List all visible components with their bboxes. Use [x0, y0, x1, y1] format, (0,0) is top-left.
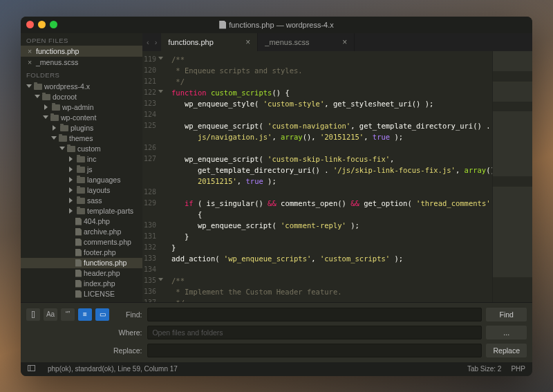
editor-area: ‹ › functions.php×_menus.scss× 119120121…: [142, 33, 532, 302]
tree-item-label: docroot: [53, 93, 77, 101]
fold-icon[interactable]: [158, 278, 163, 283]
folder-icon: [77, 156, 85, 162]
chevron-right-icon[interactable]: [69, 156, 75, 162]
editor-tab[interactable]: _menus.scss×: [258, 33, 355, 51]
status-tab-size[interactable]: Tab Size: 2: [467, 365, 501, 373]
toggle-regex[interactable]: []: [26, 308, 40, 321]
nav-back-icon[interactable]: ‹: [147, 38, 149, 46]
window-controls: [26, 21, 57, 28]
tab-label: _menus.scss: [265, 38, 309, 46]
folder-icon: [50, 115, 59, 121]
chevron-right-icon[interactable]: [44, 104, 50, 110]
open-file-item[interactable]: ×_menus.scss: [21, 57, 142, 68]
where-input[interactable]: [147, 326, 482, 339]
tree-file[interactable]: header.php: [21, 268, 142, 279]
tab-nav: ‹ ›: [142, 33, 161, 51]
tree-item-label: footer.php: [84, 248, 116, 256]
file-icon: [75, 249, 82, 256]
tree-folder[interactable]: docroot: [21, 92, 142, 102]
chevron-down-icon[interactable]: [43, 115, 48, 121]
chevron-right-icon[interactable]: [53, 125, 58, 131]
open-files-label: OPEN FILES: [21, 33, 142, 46]
editor-tab[interactable]: functions.php×: [161, 33, 258, 51]
folder-icon: [77, 208, 85, 214]
tree-file[interactable]: index.php: [21, 279, 142, 289]
folder-icon: [52, 104, 60, 111]
tree-file[interactable]: comments.php: [21, 237, 142, 248]
file-icon: [75, 218, 82, 225]
tree-file[interactable]: LICENSE: [21, 289, 142, 299]
tree-item-label: archive.php: [84, 227, 121, 236]
file-icon: [75, 290, 82, 298]
tree-file[interactable]: 404.php: [21, 216, 142, 227]
chevron-right-icon[interactable]: [69, 198, 75, 203]
where-browse-button[interactable]: ...: [486, 326, 527, 339]
tree-item-label: inc: [87, 155, 96, 163]
close-icon[interactable]: ×: [342, 37, 347, 47]
chevron-right-icon[interactable]: [69, 167, 75, 172]
toggle-word[interactable]: “”: [61, 308, 75, 321]
open-file-item[interactable]: ×functions.php: [21, 46, 142, 57]
tree-item-label: header.php: [84, 269, 120, 277]
replace-button[interactable]: Replace: [486, 344, 527, 357]
tree-folder[interactable]: themes: [21, 133, 142, 144]
find-input[interactable]: [147, 308, 482, 321]
folder-icon: [77, 187, 85, 194]
chevron-down-icon[interactable]: [26, 84, 32, 90]
close-icon[interactable]: ×: [245, 37, 250, 47]
tree-folder[interactable]: layouts: [21, 185, 142, 196]
tree-folder[interactable]: wordpress-4.x: [21, 82, 142, 92]
replace-label: Replace:: [113, 346, 143, 355]
nav-forward-icon[interactable]: ›: [155, 38, 158, 46]
tree-item-label: sass: [87, 196, 102, 205]
tree-folder[interactable]: custom: [21, 144, 142, 154]
chevron-down-icon[interactable]: [51, 136, 57, 142]
open-file-name: functions.php: [36, 47, 79, 55]
chevron-down-icon[interactable]: [59, 147, 65, 152]
code-content[interactable]: /** * Enqueue scripts and styles. */func…: [167, 51, 492, 302]
find-button[interactable]: Find: [486, 308, 527, 321]
tree-folder[interactable]: languages: [21, 175, 142, 185]
status-bar: php(ok), standard(ok), Line 59, Column 1…: [21, 362, 532, 376]
tree-folder[interactable]: js: [21, 165, 142, 175]
fold-icon[interactable]: [158, 90, 163, 95]
toggle-context[interactable]: ≡: [78, 308, 92, 321]
close-icon[interactable]: ×: [26, 47, 33, 55]
code-editor[interactable]: 119120121122123124125 126127 128129 1301…: [142, 51, 532, 302]
sidebar[interactable]: OPEN FILES ×functions.php×_menus.scss FO…: [21, 33, 142, 302]
tree-file[interactable]: footer.php: [21, 248, 142, 258]
chevron-right-icon[interactable]: [69, 208, 75, 214]
tree-folder[interactable]: wp-content: [21, 113, 142, 123]
replace-input[interactable]: [147, 344, 482, 357]
close-icon[interactable]: ×: [26, 58, 33, 66]
tree-folder[interactable]: sass: [21, 196, 142, 206]
titlebar[interactable]: functions.php — wordpress-4.x: [21, 17, 532, 33]
chevron-right-icon[interactable]: [69, 187, 75, 193]
status-panel-icon[interactable]: [28, 365, 38, 373]
chevron-down-icon[interactable]: [35, 95, 40, 100]
tree-item-label: LICENSE: [84, 290, 115, 298]
gutter[interactable]: 119120121122123124125 126127 128129 1301…: [142, 51, 167, 302]
folders-label: FOLDERS: [21, 68, 142, 80]
toggle-case[interactable]: Aa: [44, 308, 57, 321]
toggle-buffer[interactable]: ▭: [95, 308, 109, 321]
minimize-icon[interactable]: [38, 21, 46, 28]
tree-folder[interactable]: template-parts: [21, 206, 142, 216]
maximize-icon[interactable]: [50, 21, 57, 28]
tree-folder[interactable]: inc: [21, 154, 142, 165]
tree-item-label: comments.php: [84, 238, 131, 246]
status-language[interactable]: PHP: [511, 365, 525, 373]
tree-folder[interactable]: wp-admin: [21, 102, 142, 113]
tree-file[interactable]: archive.php: [21, 227, 142, 237]
find-toggles: [] Aa “” ≡ ▭: [26, 307, 109, 321]
chevron-right-icon[interactable]: [69, 177, 75, 183]
tree-file[interactable]: functions.php: [21, 258, 142, 268]
file-icon: [75, 259, 82, 267]
minimap[interactable]: [492, 51, 532, 302]
tree-folder[interactable]: plugins: [21, 123, 142, 133]
close-icon[interactable]: [26, 21, 34, 28]
status-left[interactable]: php(ok), standard(ok), Line 59, Column 1…: [48, 365, 178, 373]
folder-icon: [77, 167, 85, 173]
fold-icon[interactable]: [158, 57, 163, 62]
folder-icon: [59, 136, 67, 142]
